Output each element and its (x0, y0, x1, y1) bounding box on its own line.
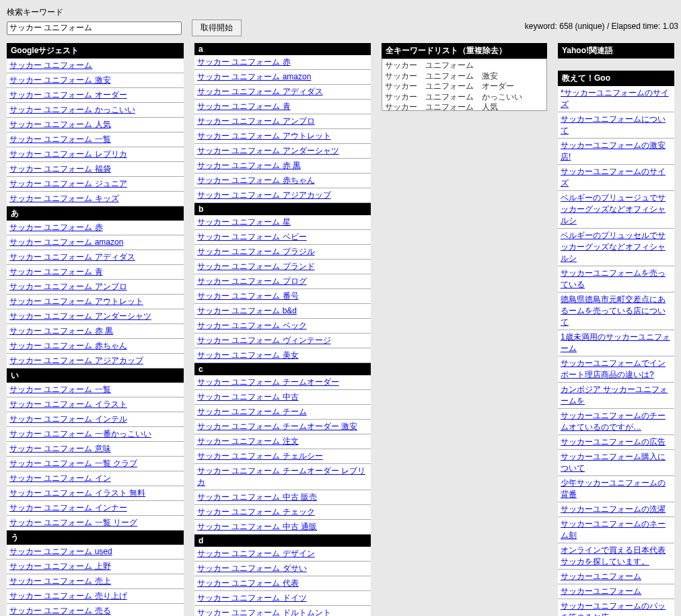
keyword-link[interactable]: サッカー ユニフォーム アンブロ (197, 116, 315, 126)
keyword-link[interactable]: サッカー ユニフォーム 一覧 (9, 134, 111, 144)
search-input[interactable] (7, 22, 182, 35)
keyword-link[interactable]: サッカー ユニフォーム 売上 (9, 576, 111, 586)
keyword-link[interactable]: サッカーユニフォームのチームオているのですが… (561, 411, 666, 432)
keyword-link[interactable]: サッカー ユニフォーム 福袋 (9, 164, 111, 174)
keyword-link[interactable]: サッカー ユニフォーム 中古 販売 (197, 492, 317, 502)
keyword-link[interactable]: サッカー ユニフォーム イラスト (9, 399, 127, 409)
keyword-link[interactable]: サッカー ユニフォーム レプリカ (9, 149, 127, 159)
keyword-link[interactable]: サッカー ユニフォーム アディダス (197, 87, 323, 96)
keyword-link[interactable]: サッカー ユニフォーム ジュニア (9, 179, 127, 188)
keyword-link[interactable]: サッカー ユニフォーム インナー (9, 503, 127, 512)
list-item: サッカー ユニフォーム オーダー (7, 88, 184, 103)
keyword-link[interactable]: サッカー ユニフォーム ブラジル (197, 247, 315, 256)
keyword-link[interactable]: サッカーユニフォームの激安店! (561, 141, 666, 161)
keyword-link[interactable]: サッカー ユニフォーム 青 (197, 102, 291, 111)
keyword-link[interactable]: サッカー ユニフォーム amazon (9, 237, 123, 247)
keyword-link[interactable]: サッカー ユニフォーム アウトレット (9, 297, 143, 306)
keyword-link[interactable]: サッカー ユニフォーム 注文 (197, 436, 299, 446)
keyword-link[interactable]: サッカー ユニフォーム チーム (197, 407, 307, 416)
keyword-link[interactable]: サッカー ユニフォーム キッズ (9, 194, 119, 203)
keyword-textbox[interactable]: サッカー ユニフォームサッカー ユニフォーム 激安サッカー ユニフォーム オーダ… (382, 59, 547, 111)
keyword-link[interactable]: サッカー ユニフォーム チームオーダー レプリカ (197, 466, 365, 487)
keyword-link[interactable]: サッカー ユニフォーム アディダス (9, 252, 135, 262)
keyword-link[interactable]: サッカー ユニフォーム ダサい (197, 564, 307, 573)
keyword-link[interactable]: サッカー ユニフォーム イラスト 無料 (9, 488, 145, 498)
keyword-link[interactable]: サッカーユニフォーム購入について (561, 452, 666, 473)
keyword-link[interactable]: サッカー ユニフォーム チェルシー (197, 451, 323, 461)
keyword-link[interactable]: サッカー ユニフォーム アウトレット (197, 131, 331, 141)
keyword-link[interactable]: サッカーユニフォームのサイズ (561, 167, 666, 188)
keyword-link[interactable]: サッカー ユニフォーム ブランド (197, 262, 315, 271)
keyword-link[interactable]: 徳島県徳島市元町交差点にあるームを売っている店について (561, 295, 666, 327)
keyword-link[interactable]: サッカー ユニフォーム 赤ちゃん (9, 341, 127, 350)
keyword-link[interactable]: サッカーユニフォームの洗濯 (561, 504, 666, 514)
keyword-link[interactable]: サッカー ユニフォーム チームオーダー (197, 377, 339, 387)
keyword-link[interactable]: カンボジア サッカーユニフォームを (561, 385, 668, 406)
keyword-link[interactable]: サッカー ユニフォーム 赤 黒 (197, 161, 301, 170)
keyword-link[interactable]: サッカー ユニフォーム ベビー (197, 232, 307, 241)
keyword-link[interactable]: サッカー ユニフォーム used (9, 547, 112, 556)
keyword-link[interactable]: サッカーユニフォームのパッチ等のるお店 (561, 601, 666, 616)
keyword-link[interactable]: サッカーユニフォームのネーム刻 (561, 519, 666, 540)
keyword-link[interactable]: サッカーユニフォームを売っている (561, 268, 666, 289)
keyword-link[interactable]: サッカー ユニフォーム b&d (197, 306, 297, 315)
keyword-link[interactable]: サッカーユニフォーム (561, 572, 641, 581)
keyword-link[interactable]: サッカーユニフォームでインポート理店商品の違いは? (561, 358, 666, 379)
keyword-link[interactable]: サッカー ユニフォーム 一覧 クラブ (9, 459, 137, 468)
keyword-link[interactable]: サッカー ユニフォーム アンダーシャツ (197, 146, 339, 155)
list-item: 1歳未満用のサッカーユニフォーム (558, 330, 674, 356)
keyword-link[interactable]: 1歳未満用のサッカーユニフォーム (561, 332, 670, 353)
list-item: サッカーユニフォームのパッチ等のるお店 (558, 599, 674, 616)
keyword-link[interactable]: サッカー ユニフォーム 意味 (9, 444, 111, 453)
keyword-link[interactable]: サッカー ユニフォーム 星 (197, 217, 291, 227)
keyword-link[interactable]: ベルギーのブリュッセルでサッカーグッズなどオフィシャルシ (561, 231, 666, 263)
keyword-link[interactable]: サッカー ユニフォーム オーダー (9, 90, 127, 100)
keyword-link[interactable]: サッカー ユニフォーム 赤 黒 (9, 326, 113, 336)
keyword-link[interactable]: サッカー ユニフォーム 代表 (197, 578, 299, 588)
keyword-link[interactable]: サッカー ユニフォーム 一覧 (9, 385, 111, 394)
keyword-link[interactable]: サッカー ユニフォーム チームオーダー 激安 (197, 422, 357, 431)
keyword-link[interactable]: サッカー ユニフォーム 人気 (9, 120, 111, 129)
keyword-link[interactable]: サッカー ユニフォーム アジアカップ (9, 356, 143, 365)
keyword-link[interactable]: サッカー ユニフォーム 上野 (9, 562, 111, 571)
keyword-link[interactable]: サッカー ユニフォーム 中古 通販 (197, 522, 317, 531)
keyword-link[interactable]: サッカー ユニフォーム amazon (197, 72, 311, 81)
keyword-link[interactable]: サッカー ユニフォーム 赤ちゃん (197, 176, 315, 185)
keyword-link[interactable]: サッカー ユニフォーム 赤 (9, 223, 103, 232)
keyword-link[interactable]: サッカー ユニフォーム 中古 (197, 392, 299, 401)
keyword-link[interactable]: サッカーユニフォームの広告 (561, 437, 666, 447)
keyword-link[interactable]: サッカー ユニフォーム 番号 (197, 291, 299, 301)
keyword-link[interactable]: 少年サッカーユニフォームの背番 (561, 478, 666, 499)
keyword-link[interactable]: サッカー ユニフォーム ドルトムント (197, 608, 331, 616)
keyword-link[interactable]: サッカー ユニフォーム 一番かっこいい (9, 429, 151, 438)
keyword-link[interactable]: サッカー ユニフォーム チェック (197, 507, 315, 516)
list-item: サッカー ユニフォーム 美女 (194, 348, 371, 363)
keyword-link[interactable]: サッカー ユニフォーム デザイン (197, 549, 315, 558)
keyword-link[interactable]: サッカー ユニフォーム 売る (9, 606, 111, 615)
keyword-link[interactable]: サッカー ユニフォーム 一覧 リーグ (9, 518, 137, 527)
list-item: サッカー ユニフォーム アジアカップ (7, 354, 184, 369)
list-item: サッカー ユニフォーム 売上 (7, 574, 184, 589)
keyword-link[interactable]: *サッカーユニフォームのサイズ (561, 88, 669, 109)
keyword-link[interactable]: サッカー ユニフォーム 売り上げ (9, 591, 127, 601)
keyword-link[interactable]: サッカー ユニフォーム 青 (9, 267, 103, 276)
keyword-link[interactable]: サッカー ユニフォーム ベック (197, 321, 307, 330)
keyword-link[interactable]: オンラインで買える日本代表サッカを探しています。 (561, 545, 666, 566)
keyword-link[interactable]: サッカー ユニフォーム ブログ (197, 276, 307, 286)
keyword-link[interactable]: サッカー ユニフォーム アンダーシャツ (9, 311, 151, 321)
keyword-link[interactable]: サッカー ユニフォーム ヴィンテージ (197, 336, 331, 345)
keyword-link[interactable]: サッカーユニフォーム (561, 586, 641, 596)
keyword-link[interactable]: サッカー ユニフォーム (9, 61, 92, 70)
keyword-link[interactable]: サッカー ユニフォーム イン (9, 473, 111, 483)
keyword-link[interactable]: サッカー ユニフォーム 美女 (197, 350, 299, 360)
keyword-link[interactable]: サッカー ユニフォーム インテル (9, 414, 127, 424)
keyword-link[interactable]: サッカー ユニフォーム ドイツ (197, 593, 307, 603)
keyword-link[interactable]: サッカー ユニフォーム 激安 (9, 75, 111, 85)
fetch-button[interactable]: 取得開始 (192, 20, 242, 36)
keyword-link[interactable]: サッカー ユニフォーム かっこいい (9, 105, 135, 114)
keyword-link[interactable]: ベルギーのブリュージュでサッカーグッズなどオフィシャルシ (561, 193, 666, 225)
keyword-link[interactable]: サッカー ユニフォーム アジアカップ (197, 190, 331, 200)
keyword-link[interactable]: サッカーユニフォームについて (561, 114, 666, 135)
keyword-link[interactable]: サッカー ユニフォーム アンブロ (9, 282, 127, 291)
keyword-link[interactable]: サッカー ユニフォーム 赤 (197, 57, 291, 67)
